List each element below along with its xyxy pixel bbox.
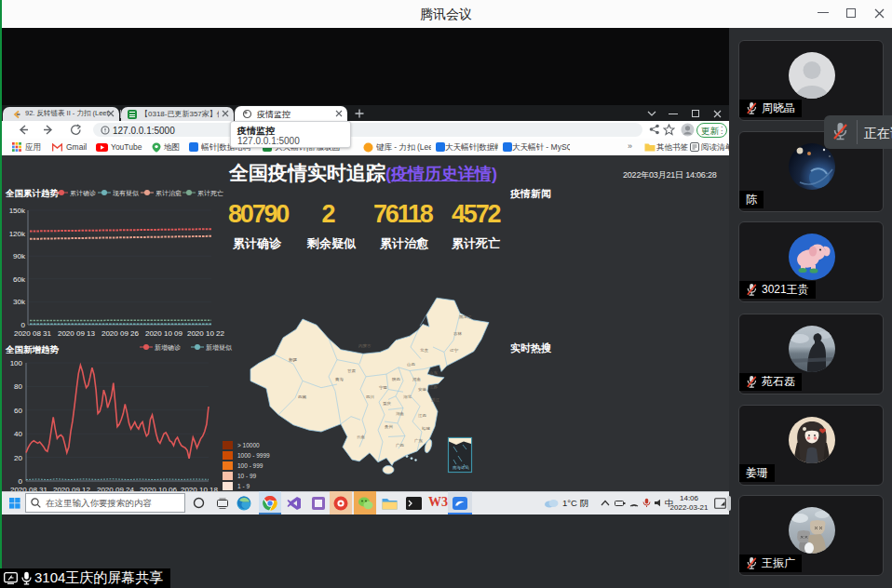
- svg-text:80: 80: [14, 382, 22, 391]
- svg-text:浙江: 浙江: [431, 397, 440, 402]
- svg-text:0: 0: [21, 321, 26, 329]
- svg-text:广西: 广西: [396, 444, 405, 448]
- svg-text:湖北: 湖北: [403, 394, 412, 399]
- svg-text:云南: 云南: [357, 434, 366, 439]
- svg-text:2020 09 13: 2020 09 13: [58, 329, 96, 338]
- svg-text:陕西: 陕西: [392, 378, 401, 382]
- svg-text:广东: 广东: [414, 438, 424, 443]
- svg-text:四川: 四川: [366, 394, 374, 399]
- svg-text:累计死亡: 累计死亡: [197, 190, 223, 196]
- svg-text:山西: 山西: [407, 362, 416, 367]
- svg-text:黑龙江: 黑龙江: [459, 314, 472, 319]
- svg-text:甘肃: 甘肃: [347, 368, 357, 373]
- svg-text:新增疑似: 新增疑似: [206, 343, 232, 352]
- svg-text:2020 09 26: 2020 09 26: [101, 329, 140, 338]
- svg-text:150k: 150k: [9, 207, 26, 215]
- svg-text:0: 0: [19, 477, 23, 486]
- svg-text:江西: 江西: [418, 413, 427, 418]
- svg-text:现有疑似: 现有疑似: [113, 190, 139, 197]
- svg-text:新增确诊: 新增确诊: [155, 343, 181, 352]
- svg-text:新疆: 新疆: [289, 358, 298, 363]
- svg-text:贵州: 贵州: [385, 425, 393, 430]
- svg-text:90k: 90k: [13, 252, 26, 261]
- svg-text:北京: 北京: [420, 349, 429, 354]
- svg-text:重庆: 重庆: [383, 401, 392, 406]
- svg-text:宁夏: 宁夏: [379, 386, 388, 391]
- svg-text:南海诸岛: 南海诸岛: [453, 465, 469, 470]
- svg-text:辽宁: 辽宁: [450, 349, 459, 354]
- svg-text:2020 10 09: 2020 10 09: [145, 329, 183, 338]
- svg-text:西藏: 西藏: [298, 394, 307, 399]
- svg-text:2020 08 31: 2020 08 31: [14, 329, 52, 338]
- svg-text:2020 10 22: 2020 10 22: [187, 329, 225, 338]
- svg-text:30k: 30k: [13, 298, 26, 306]
- svg-text:吉林: 吉林: [453, 331, 463, 336]
- svg-text:累计治愈: 累计治愈: [155, 190, 182, 197]
- svg-text:湖南: 湖南: [396, 411, 405, 416]
- svg-text:河南: 河南: [412, 378, 422, 382]
- svg-text:福建: 福建: [421, 426, 431, 431]
- svg-text:江苏: 江苏: [429, 384, 439, 389]
- svg-text:累计确诊: 累计确诊: [70, 190, 96, 196]
- svg-text:40: 40: [14, 430, 22, 438]
- svg-text:安徽: 安徽: [418, 388, 427, 393]
- svg-text:20: 20: [14, 454, 22, 462]
- svg-text:60: 60: [14, 407, 22, 415]
- svg-text:100: 100: [10, 359, 23, 368]
- svg-text:山东: 山东: [429, 370, 439, 375]
- svg-text:60k: 60k: [13, 275, 26, 284]
- svg-text:120k: 120k: [9, 230, 26, 238]
- svg-text:内蒙古: 内蒙古: [358, 343, 372, 348]
